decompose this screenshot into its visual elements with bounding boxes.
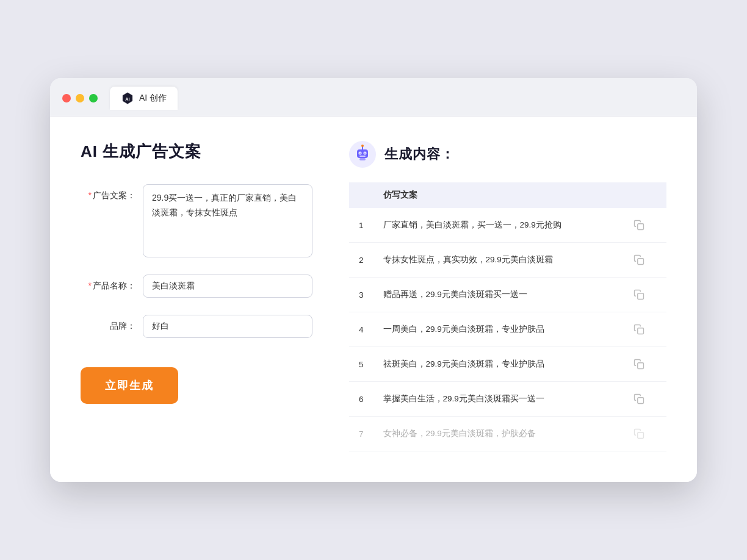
row-number: 6 [349,382,374,417]
svg-point-7 [364,153,366,154]
svg-rect-18 [638,433,644,439]
row-text: 女神必备，29.9元美白淡斑霜，护肤必备 [374,417,621,451]
table-row: 7女神必备，29.9元美白淡斑霜，护肤必备 [349,417,666,451]
copy-button[interactable] [630,217,648,234]
row-text: 祛斑美白，29.9元美白淡斑霜，专业护肤品 [374,347,621,382]
copy-button[interactable] [630,321,648,338]
svg-rect-13 [638,259,644,265]
right-header: 生成内容： [349,141,666,168]
left-panel: AI 生成广告文案 *广告文案： 29.9买一送一，真正的厂家直销，美白淡斑霜，… [81,141,312,451]
svg-rect-17 [638,398,644,404]
svg-point-9 [361,145,364,147]
table-row: 5祛斑美白，29.9元美白淡斑霜，专业护肤品 [349,347,666,382]
ai-robot-icon [349,141,376,168]
product-name-label: *产品名称： [81,275,135,292]
generate-button[interactable]: 立即生成 [81,367,178,404]
tab-label: AI 创作 [139,93,167,104]
row-number: 4 [349,312,374,347]
table-row: 1厂家直销，美白淡斑霜，买一送一，29.9元抢购 [349,208,666,243]
svg-rect-15 [638,328,644,334]
svg-point-6 [359,153,361,154]
ad-copy-label: *广告文案： [81,184,135,201]
row-text: 一周美白，29.9元美白淡斑霜，专业护肤品 [374,312,621,347]
row-number: 2 [349,243,374,278]
table-header-row: 仿写文案 [349,182,666,208]
table-row: 2专抹女性斑点，真实功效，29.9元美白淡斑霜 [349,243,666,278]
ad-copy-input[interactable]: 29.9买一送一，真正的厂家直销，美白淡斑霜，专抹女性斑点 [143,184,312,257]
right-panel: 生成内容： 仿写文案 1厂家直销，美白淡斑霜，买一送一，29.9元抢购 2专抹女… [349,141,666,451]
svg-rect-10 [359,158,366,160]
row-number: 7 [349,417,374,451]
row-text: 掌握美白生活，29.9元美白淡斑霜买一送一 [374,382,621,417]
required-star-2: * [88,281,92,290]
copy-cell [621,417,666,451]
ad-copy-group: *广告文案： 29.9买一送一，真正的厂家直销，美白淡斑霜，专抹女性斑点 [81,184,312,257]
row-text: 专抹女性斑点，真实功效，29.9元美白淡斑霜 [374,243,621,278]
titlebar: AI AI 创作 [50,78,697,117]
svg-rect-12 [638,224,644,230]
copy-button[interactable] [630,251,648,268]
ai-tab[interactable]: AI AI 创作 [110,87,178,110]
copy-cell [621,208,666,243]
maximize-button[interactable] [89,94,98,102]
page-title: AI 生成广告文案 [81,141,312,162]
col-action [621,182,666,208]
ai-tab-icon: AI [121,92,134,105]
minimize-button[interactable] [76,94,84,102]
copy-cell [621,312,666,347]
main-content: AI 生成广告文案 *广告文案： 29.9买一送一，真正的厂家直销，美白淡斑霜，… [50,117,697,482]
svg-rect-16 [638,363,644,369]
col-num [349,182,374,208]
brand-input[interactable] [143,315,312,338]
svg-rect-14 [638,293,644,300]
copy-cell [621,243,666,278]
copy-cell [621,347,666,382]
close-button[interactable] [62,94,71,102]
copy-button[interactable] [630,425,648,442]
row-number: 3 [349,278,374,312]
product-name-input[interactable] [143,275,312,298]
product-name-group: *产品名称： [81,275,312,298]
copy-button[interactable] [630,286,648,303]
results-table: 仿写文案 1厂家直销，美白淡斑霜，买一送一，29.9元抢购 2专抹女性斑点，真实… [349,182,666,451]
right-title: 生成内容： [384,145,455,163]
copy-cell [621,382,666,417]
row-text: 厂家直销，美白淡斑霜，买一送一，29.9元抢购 [374,208,621,243]
row-text: 赠品再送，29.9元美白淡斑霜买一送一 [374,278,621,312]
svg-rect-11 [359,156,366,157]
window-controls [62,94,98,102]
col-copy: 仿写文案 [374,182,621,208]
copy-button[interactable] [630,356,648,373]
required-star: * [88,190,92,200]
browser-window: AI AI 创作 AI 生成广告文案 *广告文案： 29.9买一送一，真正的厂家… [50,78,697,482]
row-number: 5 [349,347,374,382]
brand-label: 品牌： [81,315,135,332]
table-row: 4一周美白，29.9元美白淡斑霜，专业护肤品 [349,312,666,347]
brand-group: 品牌： [81,315,312,338]
table-row: 6掌握美白生活，29.9元美白淡斑霜买一送一 [349,382,666,417]
table-row: 3赠品再送，29.9元美白淡斑霜买一送一 [349,278,666,312]
copy-cell [621,278,666,312]
copy-button[interactable] [630,390,648,407]
row-number: 1 [349,208,374,243]
svg-text:AI: AI [125,96,129,102]
